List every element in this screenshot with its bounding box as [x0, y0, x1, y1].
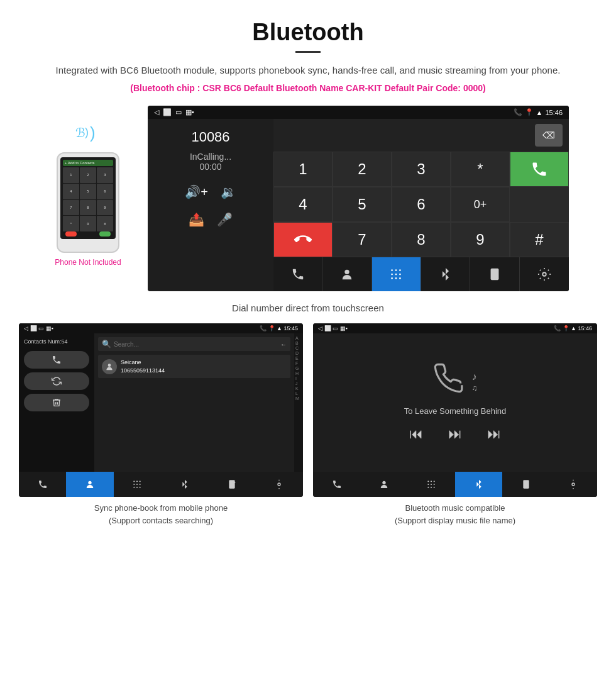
svg-point-9	[399, 274, 401, 276]
phonebook-caption-main: Sync phone-book from mobile phone	[94, 502, 228, 515]
alpha-l[interactable]: L	[295, 391, 302, 396]
key-9[interactable]: 9	[451, 222, 510, 257]
pb-nav-phone[interactable]	[19, 472, 66, 497]
key-7[interactable]: 7	[333, 222, 392, 257]
next-track-icon[interactable]: ⏭	[487, 426, 501, 442]
music-caption-main: Bluetooth music compatible	[395, 502, 515, 515]
nav-bluetooth[interactable]	[421, 257, 470, 291]
key-star[interactable]: *	[451, 152, 510, 187]
pb-call-btn[interactable]	[24, 351, 89, 369]
pb-status-bar: ◁ ⬜ ▭ ▦▪ 📞 📍 ▲ 15:45	[19, 323, 303, 333]
key-3[interactable]: 3	[392, 152, 451, 187]
key-8[interactable]: 8	[392, 222, 451, 257]
phonebook-center: 🔍 ← Seicane 10655059113144	[94, 333, 294, 472]
phone-key-7: 7	[63, 200, 79, 216]
call-red-button[interactable]	[273, 222, 333, 257]
alpha-i[interactable]: I	[295, 376, 302, 381]
pb-contact-item[interactable]: Seicane 10655059113144	[98, 355, 290, 378]
nav-phone-transfer[interactable]	[470, 257, 519, 291]
svg-point-16	[542, 272, 546, 276]
alpha-f[interactable]: F	[295, 361, 302, 365]
music-nav-settings[interactable]	[550, 472, 597, 497]
svg-point-39	[431, 487, 432, 488]
main-screenshot-container: ) ) ℬ + Add to Contacts 1 2 3 4 5 6 7 8	[0, 99, 616, 298]
pb-search-input[interactable]	[114, 341, 280, 348]
key-4[interactable]: 4	[273, 187, 333, 222]
nav-settings[interactable]	[520, 257, 569, 291]
svg-text:ℬ: ℬ	[75, 126, 85, 140]
alpha-m[interactable]: M	[295, 396, 302, 401]
music-nav-bluetooth-active[interactable]	[455, 472, 502, 497]
dial-display-input[interactable]	[280, 130, 535, 141]
phonebook-caption-sub: (Support contacts searching)	[94, 515, 228, 527]
pb-status-right: 📞 📍 ▲ 15:45	[260, 325, 298, 331]
recent-icon: ▭	[175, 108, 182, 116]
pb-nav-dialpad[interactable]	[114, 472, 161, 497]
alpha-g[interactable]: G	[295, 366, 302, 370]
nav-dialpad[interactable]	[372, 257, 421, 291]
svg-point-24	[140, 484, 141, 485]
bluetooth-signal-icon: ) ) ℬ	[72, 118, 104, 148]
pb-back-icon[interactable]: ←	[280, 341, 287, 348]
key-5[interactable]: 5	[333, 187, 392, 222]
nav-contacts[interactable]	[322, 257, 371, 291]
nav-phonebook[interactable]	[273, 257, 322, 291]
phone-end-btn	[65, 231, 77, 237]
pb-delete-btn[interactable]	[24, 394, 89, 411]
svg-rect-41	[523, 480, 529, 488]
bottom-nav	[273, 257, 569, 291]
dial-number: 10086	[191, 129, 229, 145]
music-nav-contacts[interactable]	[360, 472, 407, 497]
svg-point-34	[434, 481, 435, 482]
phonebook-left: Contacts Num:54	[19, 333, 94, 472]
status-bar: ◁ ⬜ ▭ ▦▪ 📞 📍 ▲ 15:46	[148, 106, 569, 119]
pb-sync-btn[interactable]	[24, 372, 89, 390]
key-1[interactable]: 1	[273, 152, 333, 187]
pb-nav-contacts-active[interactable]	[66, 472, 113, 497]
svg-point-10	[392, 277, 393, 279]
alpha-c[interactable]: C	[295, 346, 302, 350]
phone-key-2: 2	[80, 167, 96, 183]
alpha-d[interactable]: D	[295, 351, 302, 355]
key-hash[interactable]: #	[510, 222, 569, 257]
pb-nav-bluetooth[interactable]	[161, 472, 208, 497]
pb-contact-number: 10655059113144	[121, 367, 165, 375]
music-nav-dialpad[interactable]	[408, 472, 455, 497]
key-6[interactable]: 6	[392, 187, 451, 222]
bottom-screenshots: ◁ ⬜ ▭ ▦▪ 📞 📍 ▲ 15:45 Contacts Num:54	[0, 323, 616, 526]
volume-up-icon[interactable]: 🔊+	[185, 184, 208, 199]
alpha-a[interactable]: A	[295, 336, 302, 340]
svg-point-5	[395, 269, 397, 271]
phone-key-9: 9	[97, 200, 113, 216]
phone-key-3: 3	[97, 167, 113, 183]
alpha-b[interactable]: B	[295, 341, 302, 345]
prev-track-icon[interactable]: ⏮	[409, 426, 423, 442]
delete-button[interactable]: ⌫	[535, 124, 563, 147]
volume-down-icon[interactable]: 🔉	[221, 184, 236, 199]
call-green-button[interactable]	[510, 152, 569, 187]
wifi-icon: ▲	[536, 109, 543, 116]
mic-icon[interactable]: 🎤	[217, 212, 233, 227]
svg-point-7	[392, 274, 393, 276]
music-nav-transfer[interactable]	[502, 472, 549, 497]
pb-contact-info: Seicane 10655059113144	[121, 359, 165, 374]
dial-content: 10086 InCalling... 00:00 🔊+ 🔉 📤 🎤 ⌫	[148, 119, 569, 291]
status-left: ◁ ⬜ ▭ ▦▪	[154, 108, 194, 116]
svg-point-30	[278, 483, 280, 486]
key-0plus[interactable]: 0+	[451, 187, 510, 222]
alpha-k[interactable]: K	[295, 386, 302, 391]
svg-point-20	[136, 481, 138, 482]
phonebook-col: ◁ ⬜ ▭ ▦▪ 📞 📍 ▲ 15:45 Contacts Num:54	[19, 323, 303, 526]
alpha-j[interactable]: J	[295, 381, 302, 386]
alpha-e[interactable]: E	[295, 356, 302, 360]
pb-nav-transfer[interactable]	[208, 472, 255, 497]
key-2[interactable]: 2	[333, 152, 392, 187]
svg-point-17	[108, 364, 111, 367]
music-col: ◁ ⬜ ▭ ▦▪ 📞 📍 ▲ 15:46 ♪ ♫ To Leave	[313, 323, 597, 526]
pb-nav-settings[interactable]	[256, 472, 303, 497]
play-pause-icon[interactable]: ⏭	[448, 426, 462, 442]
music-nav-phone[interactable]	[313, 472, 360, 497]
svg-point-33	[431, 481, 432, 482]
alpha-h[interactable]: H	[295, 371, 302, 376]
speaker-phone-icon[interactable]: 📤	[189, 212, 204, 227]
